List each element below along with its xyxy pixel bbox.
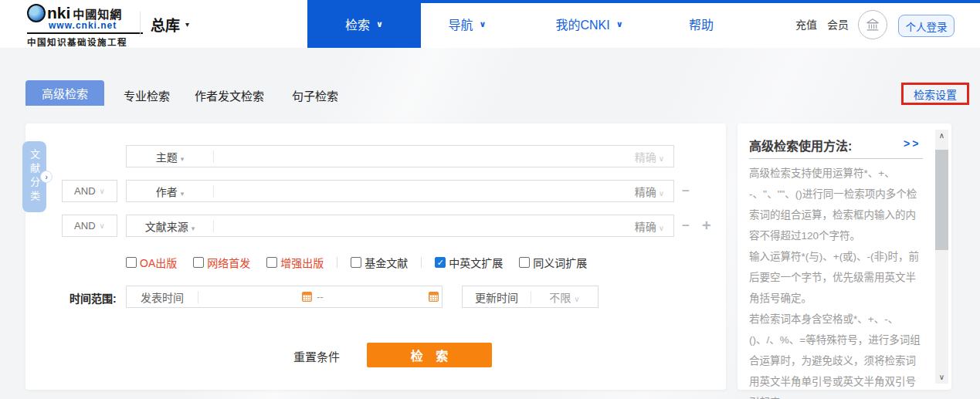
field-selector-label: 文献来源	[145, 221, 188, 233]
reset-conditions-link[interactable]: 重置条件	[293, 348, 340, 364]
tab-sentence-search[interactable]: 句子检索	[292, 87, 338, 103]
field-selector-label: 主题	[156, 151, 178, 164]
checkbox-online-first[interactable]: 网络首发	[193, 255, 250, 270]
help-scrollbar[interactable]: ∧ ∨	[935, 130, 948, 384]
bank-building-icon	[864, 16, 881, 33]
chevron-down-icon: ∨	[574, 295, 579, 303]
checkbox-label: 同义词扩展	[533, 255, 587, 270]
logo-nki-text: nki	[47, 5, 70, 22]
search-form-panel: 文献分类 › 主题▾ 精确∨ AND ∨ 作者▾	[25, 123, 726, 390]
operator-selector[interactable]: AND ∨	[62, 215, 117, 237]
nav-item-navigation[interactable]: 导航 ∨	[430, 0, 504, 48]
checkbox-checked-icon: ✓	[435, 257, 446, 268]
home-button[interactable]	[858, 10, 887, 39]
nav-item-label: 导航	[449, 15, 473, 33]
expand-arrow-icon: ›	[40, 171, 53, 183]
caret-down-icon: ▾	[185, 20, 189, 29]
nav-item-help[interactable]: 帮助	[677, 0, 725, 48]
checkbox-icon	[519, 257, 530, 268]
scroll-down-icon[interactable]: ∨	[935, 371, 948, 384]
nav-item-search[interactable]: 检索 ∨	[307, 0, 421, 48]
operator-label: AND	[74, 185, 95, 197]
field-selector[interactable]: 文献来源▾	[127, 218, 213, 234]
logo-url: www.cnki.net	[49, 20, 143, 31]
help-text: 高级检索支持使用运算符*、+、-、''、""、()进行同一检索项内多个检索词的组…	[749, 163, 925, 399]
cnki-advanced-search-page: nki 中國知網 www.cnki.net 中国知识基础设施工程 总库 ▾ 检索…	[0, 0, 980, 399]
search-settings-link[interactable]: 检索设置	[901, 83, 969, 105]
divider	[749, 158, 923, 159]
chevron-down-icon: ∨	[616, 19, 623, 29]
add-row-button[interactable]: +	[702, 219, 711, 232]
checkbox-label: 网络首发	[207, 255, 250, 270]
match-mode-selector[interactable]: 精确∨	[626, 218, 673, 234]
checkbox-icon	[266, 257, 277, 268]
logo-cn-name: 中國知網	[73, 5, 122, 22]
publish-time-box: 发表时间 --	[126, 286, 443, 308]
scroll-up-icon[interactable]: ∧	[935, 130, 948, 142]
scrollbar-thumb[interactable]	[935, 150, 948, 250]
operator-selector[interactable]: AND ∨	[62, 180, 117, 202]
checkbox-icon	[126, 257, 137, 268]
recharge-link[interactable]: 充值	[795, 0, 817, 48]
nav-item-label: 检索	[345, 15, 370, 33]
help-paragraph: 若检索词本身含空格或*、+、-、()、/、%、=等特殊符号，进行多词组合运算时，…	[749, 309, 925, 399]
nav-item-my-cnki[interactable]: 我的CNKI ∨	[537, 0, 642, 48]
calendar-icon[interactable]	[302, 292, 312, 302]
database-selector[interactable]: 总库 ▾	[151, 0, 189, 48]
tab-author-search[interactable]: 作者发文检索	[195, 87, 264, 103]
update-time-box: 更新时间 不限∨	[462, 286, 599, 308]
update-time-selector[interactable]: 不限∨	[531, 289, 598, 305]
nav-item-label: 帮助	[689, 15, 714, 33]
checkbox-label: 中英文扩展	[449, 255, 503, 270]
match-mode-selector[interactable]: 精确∨	[626, 149, 673, 164]
chevron-down-icon: ∨	[659, 154, 664, 163]
help-panel-title: 高级检索使用方法:	[749, 136, 852, 154]
calendar-icon[interactable]	[429, 292, 439, 302]
member-link[interactable]: 会员	[827, 0, 849, 48]
help-more-link[interactable]: >>	[904, 137, 921, 150]
chevron-down-icon: ∨	[100, 221, 105, 230]
checkbox-label: 基金文献	[365, 255, 408, 270]
search-row-author: 作者▾ 精确∨	[126, 180, 674, 202]
author-search-input[interactable]	[214, 181, 626, 201]
checkbox-funded-literature[interactable]: 基金文献	[351, 255, 408, 270]
publish-date-to-input[interactable]	[325, 287, 426, 306]
search-button[interactable]: 检 索	[367, 343, 492, 367]
publish-date-from-input[interactable]	[198, 287, 299, 306]
checkbox-cn-en-extension[interactable]: ✓ 中英文扩展	[435, 255, 503, 270]
personal-login-button[interactable]: 个人登录	[898, 15, 955, 37]
field-selector[interactable]: 主题▾	[127, 149, 213, 164]
tab-advanced-search[interactable]: 高级检索	[25, 80, 104, 106]
header-divider	[140, 12, 141, 37]
tab-professional-search[interactable]: 专业检索	[124, 87, 170, 103]
checkbox-enhanced-publish[interactable]: 增强出版	[266, 255, 324, 270]
checkbox-icon	[351, 257, 361, 268]
date-range-dash: --	[317, 291, 324, 303]
match-mode-label: 精确	[635, 151, 656, 164]
header: nki 中國知網 www.cnki.net 中国知识基础设施工程 总库 ▾ 检索…	[0, 0, 980, 48]
caret-down-icon: ▾	[192, 225, 195, 232]
caret-down-icon: ▾	[181, 190, 185, 198]
caret-down-icon: ▾	[181, 155, 185, 163]
chevron-down-icon: ∨	[376, 19, 383, 29]
help-panel: 高级检索使用方法: >> 高级检索支持使用运算符*、+、-、''、""、()进行…	[738, 123, 951, 390]
checkbox-oa-publish[interactable]: OA出版	[126, 255, 177, 270]
search-row-topic: 主题▾ 精确∨	[126, 145, 674, 167]
field-selector-label: 作者	[156, 186, 178, 198]
divider	[421, 257, 422, 268]
checkbox-synonym-extension[interactable]: 同义词扩展	[519, 255, 587, 270]
field-selector[interactable]: 作者▾	[127, 184, 213, 199]
checkbox-label: OA出版	[140, 255, 177, 270]
remove-row-button[interactable]: −	[682, 220, 690, 232]
checkbox-label: 增强出版	[280, 255, 324, 270]
remove-row-button[interactable]: −	[682, 185, 690, 198]
document-category-tab[interactable]: 文献分类 ›	[22, 141, 46, 212]
update-time-value: 不限	[549, 292, 571, 304]
topic-search-input[interactable]	[214, 147, 626, 166]
match-mode-label: 精确	[635, 221, 656, 233]
chevron-down-icon: ∨	[659, 224, 664, 232]
cnki-logo[interactable]: nki 中國知網 www.cnki.net 中国知识基础设施工程	[27, 4, 143, 48]
source-search-input[interactable]	[214, 216, 626, 235]
chevron-down-icon: ∨	[659, 189, 664, 198]
match-mode-selector[interactable]: 精确∨	[626, 184, 673, 199]
